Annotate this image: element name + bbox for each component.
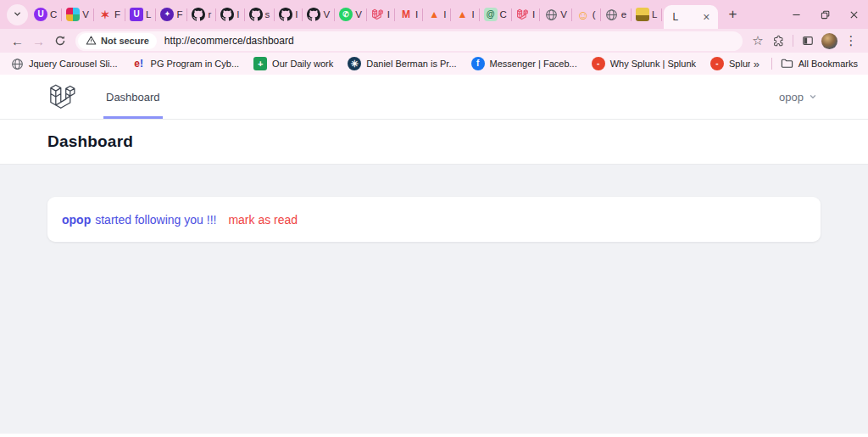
close-window-icon[interactable] [839, 0, 868, 29]
mark-as-read-link[interactable]: mark as read [228, 213, 298, 227]
all-bookmarks-button[interactable]: All Bookmarks [781, 57, 858, 71]
browser-tab[interactable]: @C [481, 4, 509, 25]
tab-divider [479, 8, 480, 21]
github-favicon [220, 8, 234, 21]
bookmark-label: PG Program in Cyb... [151, 59, 240, 69]
tractor-favicon [636, 8, 649, 21]
browser-tab[interactable]: L [633, 4, 659, 25]
browser-tab[interactable]: I [369, 4, 392, 25]
tab-divider [244, 8, 245, 21]
tab-title: I [236, 9, 239, 20]
browser-tab[interactable]: s [247, 4, 273, 25]
tab-title: I [415, 9, 418, 20]
active-tab-title: L [672, 11, 678, 23]
tab-title: F [176, 9, 182, 20]
side-panel-icon[interactable] [798, 31, 818, 51]
bookmark-item[interactable]: -Splunk for IT Oper... [710, 57, 750, 70]
browser-tab[interactable]: r [189, 4, 214, 25]
browser-tab[interactable]: ✆V [337, 4, 364, 25]
back-button[interactable]: ← [7, 31, 28, 52]
nav-dashboard-link[interactable]: Dashboard [103, 75, 163, 119]
browser-tab[interactable]: MI [397, 4, 420, 25]
browser-tab[interactable]: I [514, 4, 537, 25]
browser-tab[interactable]: UC [31, 4, 59, 25]
tab-title: I [443, 9, 446, 20]
bookmark-label: Our Daily work [272, 59, 333, 69]
browser-tab[interactable]: I [218, 4, 242, 25]
tab-divider [600, 8, 601, 21]
page-header: Dashboard [0, 120, 868, 165]
bookmark-item[interactable]: fMessenger | Faceb... [471, 57, 577, 70]
browser-tab[interactable]: ✦F [158, 4, 185, 25]
address-bar[interactable]: Not secure http://ecommerce/dashboard [75, 31, 743, 51]
tab-divider [125, 8, 125, 21]
tab-divider [661, 8, 662, 21]
browser-tab[interactable]: ☺( [574, 4, 598, 25]
user-menu[interactable]: opop [779, 91, 817, 104]
tab-title: L [652, 9, 657, 20]
browser-tab[interactable]: ▲I [453, 4, 476, 25]
window-controls [782, 0, 868, 29]
warning-icon [86, 35, 97, 48]
url-text: http://ecommerce/dashboard [164, 35, 294, 47]
tab-divider [215, 8, 216, 21]
bookmark-item[interactable]: e!PG Program in Cyb... [132, 57, 240, 70]
tab-title: s [265, 9, 270, 20]
tab-title: I [295, 9, 298, 20]
new-tab-button[interactable]: + [721, 3, 743, 25]
active-tab[interactable]: L × [664, 5, 718, 29]
browser-toolbar: ← → Not secure http://ecommerce/dashboar… [0, 29, 868, 53]
site-navbar: Dashboard opop [0, 75, 868, 120]
tab-title: V [82, 9, 89, 20]
forward-button[interactable]: → [28, 31, 49, 52]
notification-message: started following you !!! [95, 213, 216, 227]
bookmark-star-icon[interactable]: ☆ [748, 31, 768, 51]
tab-divider [302, 8, 303, 21]
phpmyadmin-favicon: ▲ [427, 8, 441, 21]
bookmark-item[interactable]: ✳Daniel Berman is Pr... [348, 57, 456, 70]
main-content: opop started following you !!! mark as r… [0, 165, 868, 434]
tab-divider [155, 8, 156, 21]
browser-tab[interactable]: e [603, 4, 629, 25]
menu-kebab-icon[interactable]: ⋮ [841, 31, 861, 51]
bottom-strip [0, 434, 868, 437]
tab-title: ( [593, 9, 596, 20]
tab-title: V [323, 9, 330, 20]
browser-tab[interactable]: V [304, 4, 332, 25]
all-bookmarks-label: All Bookmarks [798, 59, 858, 69]
github-favicon [192, 8, 205, 21]
tab-title: C [50, 9, 57, 20]
browser-tab[interactable]: V [542, 4, 570, 25]
browser-window: UCV✶FUL✦FrIsIV✆VIMI▲I▲I@CIV☺(eL L × + ← … [0, 0, 868, 437]
tab-search-button[interactable] [7, 4, 28, 25]
browser-tab[interactable]: ▲I [425, 4, 448, 25]
tab-title: r [208, 9, 211, 20]
tab-title: F [114, 9, 120, 20]
browser-tab[interactable]: V [64, 4, 92, 25]
reload-button[interactable] [49, 31, 70, 52]
bookmarks-overflow-chevron[interactable]: » [750, 58, 763, 70]
restore-icon[interactable] [810, 0, 839, 29]
star-app-favicon: ✶ [98, 8, 112, 21]
extensions-icon[interactable] [768, 31, 788, 51]
bookmark-item[interactable]: -Why Splunk | Splunk [592, 57, 696, 70]
minimize-icon[interactable] [782, 0, 810, 29]
eict-favicon: e! [132, 57, 146, 70]
close-tab-icon[interactable]: × [703, 10, 709, 24]
bookmarks-divider [771, 58, 772, 70]
browser-tab[interactable]: UL [127, 4, 153, 25]
browser-tab[interactable]: ✶F [96, 4, 123, 25]
udemy-circle-favicon: U [34, 8, 47, 21]
bookmarks-bar: Jquery Carousel Sli...e!PG Program in Cy… [0, 53, 868, 75]
security-chip[interactable]: Not secure [78, 33, 157, 49]
tab-title: I [471, 9, 474, 20]
profile-avatar[interactable] [821, 33, 837, 49]
bookmark-item[interactable]: Jquery Carousel Sli... [10, 57, 118, 70]
browser-tab[interactable]: I [276, 4, 300, 25]
tab-divider [334, 8, 335, 21]
laravel-logo [47, 83, 78, 110]
tab-title: V [560, 9, 567, 20]
tab-divider [61, 8, 62, 21]
bookmark-item[interactable]: +Our Daily work [253, 57, 333, 70]
tab-title: C [500, 9, 507, 20]
